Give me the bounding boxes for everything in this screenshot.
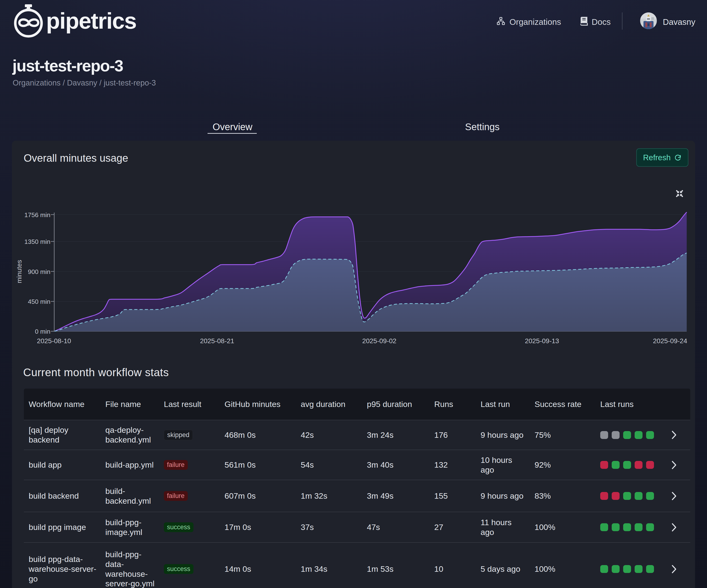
- svg-text:minutes: minutes: [15, 260, 23, 283]
- svg-text:900 min: 900 min: [28, 268, 50, 275]
- svg-text:2025-08-10: 2025-08-10: [37, 337, 71, 345]
- svg-text:0 min: 0 min: [35, 328, 50, 335]
- svg-text:1350 min: 1350 min: [24, 238, 50, 245]
- svg-text:1756 min: 1756 min: [24, 211, 50, 218]
- svg-text:2025-09-24: 2025-09-24: [653, 337, 687, 345]
- svg-text:2025-09-02: 2025-09-02: [362, 337, 396, 345]
- svg-text:2025-08-21: 2025-08-21: [200, 337, 234, 345]
- svg-text:2025-09-13: 2025-09-13: [525, 337, 559, 345]
- svg-text:450 min: 450 min: [28, 298, 50, 305]
